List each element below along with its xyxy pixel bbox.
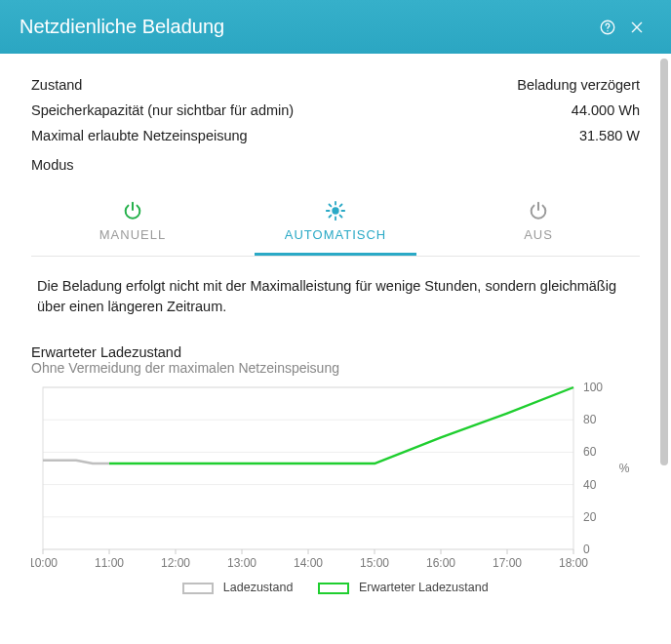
mode-description: Die Beladung erfolgt nicht mit der Maxim… [37, 276, 634, 317]
legend-swatch [182, 583, 214, 594]
status-capacity-label: Speicherkapazität (nur sichtbar für admi… [31, 102, 294, 118]
svg-text:20: 20 [583, 510, 597, 524]
legend-item-erwartet: Erwarteter Ladezustand [318, 581, 488, 594]
dialog-content: Zustand Beladung verzögert Speicherkapaz… [0, 54, 671, 644]
power-icon [528, 200, 549, 221]
svg-text:16:00: 16:00 [426, 556, 455, 570]
svg-text:0: 0 [583, 543, 590, 556]
status-state-label: Zustand [31, 77, 82, 93]
svg-text:100: 100 [583, 382, 603, 394]
tab-automatisch[interactable]: AUTOMATISCH [234, 190, 437, 256]
status-row-feedin: Maximal erlaubte Netzeinspeisung 31.580 … [31, 128, 640, 143]
help-icon [599, 19, 616, 36]
chart-legend: Ladezustand Erwarteter Ladezustand [31, 581, 640, 594]
svg-text:18:00: 18:00 [559, 556, 588, 570]
titlebar: Netzdienliche Beladung [0, 0, 671, 54]
tab-manuell-label: MANUELL [99, 227, 166, 242]
divider [31, 256, 640, 257]
status-row-capacity: Speicherkapazität (nur sichtbar für admi… [31, 102, 640, 118]
svg-text:%: % [619, 462, 630, 475]
svg-text:11:00: 11:00 [95, 556, 124, 570]
status-capacity-value: 44.000 Wh [572, 102, 640, 118]
svg-point-1 [607, 30, 608, 31]
svg-text:17:00: 17:00 [493, 556, 522, 570]
sun-icon [324, 200, 347, 221]
svg-text:15:00: 15:00 [360, 556, 389, 570]
tab-aus[interactable]: AUS [437, 190, 640, 256]
chart-plot: 02040608010010:0011:0012:0013:0014:0015:… [31, 382, 640, 577]
power-icon [122, 200, 143, 221]
status-feedin-value: 31.580 W [579, 128, 640, 143]
svg-text:60: 60 [583, 445, 597, 459]
scrollbar-thumb[interactable] [660, 59, 668, 465]
tab-manuell[interactable]: MANUELL [31, 190, 234, 256]
svg-point-2 [332, 207, 338, 214]
scrollbar[interactable] [660, 59, 668, 639]
dialog-title: Netzdienliche Beladung [20, 16, 593, 38]
svg-rect-15 [43, 387, 573, 549]
close-button[interactable] [622, 13, 651, 42]
status-state-value: Beladung verzögert [517, 77, 640, 93]
tab-automatisch-label: AUTOMATISCH [285, 227, 386, 242]
tab-aus-label: AUS [524, 227, 553, 242]
svg-text:10:00: 10:00 [31, 556, 58, 570]
mode-label: Modus [31, 157, 640, 173]
legend-item-ladezustand: Ladezustand [182, 581, 293, 594]
svg-text:80: 80 [583, 413, 597, 426]
dialog: Netzdienliche Beladung Zustand Beladung … [0, 0, 671, 644]
status-feedin-label: Maximal erlaubte Netzeinspeisung [31, 128, 248, 143]
help-button[interactable] [593, 13, 622, 42]
svg-text:14:00: 14:00 [294, 556, 323, 570]
chart-title: Erwarteter Ladezustand [31, 344, 640, 360]
legend-label: Erwarteter Ladezustand [359, 581, 489, 594]
legend-swatch [318, 583, 349, 594]
chart: 02040608010010:0011:0012:0013:0014:0015:… [31, 382, 640, 577]
legend-label: Ladezustand [223, 581, 294, 594]
svg-text:13:00: 13:00 [227, 556, 257, 570]
mode-tabs: MANUELL AUTOMATISCH AUS [31, 190, 640, 256]
svg-text:12:00: 12:00 [161, 556, 190, 570]
chart-subtitle: Ohne Vermeidung der maximalen Netzeinspe… [31, 360, 640, 376]
status-row-state: Zustand Beladung verzögert [31, 77, 640, 93]
close-icon [629, 20, 645, 35]
svg-text:40: 40 [583, 478, 597, 492]
